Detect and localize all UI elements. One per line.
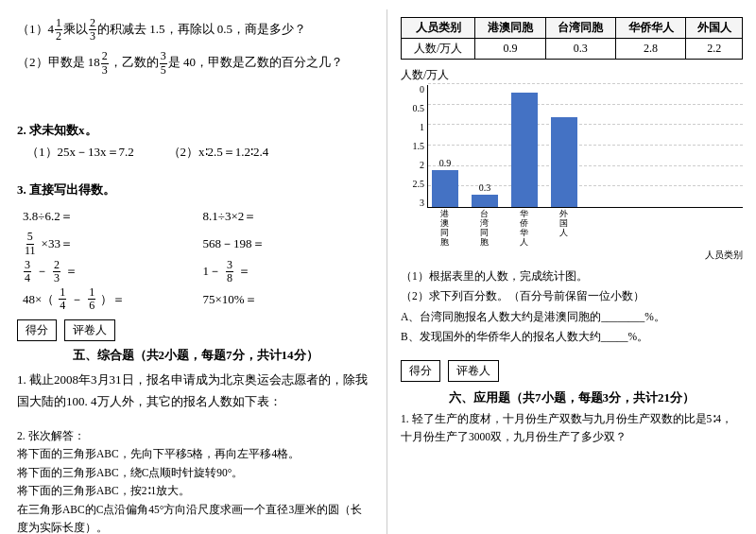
grid-line-15: [428, 145, 743, 146]
calc-8: 75×10%＝: [203, 286, 374, 312]
q2b: B、发现国外的华侨华人的报名人数大约_____%。: [401, 328, 743, 347]
table-row-data: 人数/万人 0.9 0.3 2.8 2.2: [402, 39, 743, 60]
th-foreign: 外国人: [686, 18, 743, 39]
q2a: A、台湾同胞报名人数大约是港澳同胞的________%。: [401, 308, 743, 327]
s5-p2-sub-label: 2. 张次解答：: [17, 427, 373, 446]
grid-line-2: [428, 124, 743, 125]
app-problem-1: 1. 轻了生产的度材，十月份生产双数与九月份生产双数的比是5∶4，十月份生产了3…: [401, 410, 743, 447]
th-hk: 港澳同胞: [475, 18, 545, 39]
bar-overseas: [511, 93, 538, 207]
chart-questions: （1）根据表里的人数，完成统计图。 （2）求下列百分数。（百分号前保留一位小数）…: [401, 267, 743, 347]
grid-line-1: [428, 165, 743, 166]
problem-1-label: （1）4: [17, 22, 54, 36]
x-label-foreign: 外国人: [550, 210, 576, 248]
td-foreign: 2.2: [686, 39, 743, 60]
stamp-defen-left: 得分: [17, 319, 57, 341]
s5-p2-c: 将下面的三角形ABC，按2∶1放大。: [17, 482, 373, 501]
s2-p1: （1）25x－13x＝7.2 （2）x∶2.5＝1.2∶2.4: [26, 141, 373, 163]
s5-p2-d: 在三角形ABC的C点沿偏角45°方向沿尺度求画一个直径3厘米的圆（长度为实际长度…: [17, 501, 373, 534]
section-6-title: 六、应用题（共7小题，每题3分，共计21分）: [401, 389, 743, 406]
x-axis-unit: 人员类别: [427, 249, 743, 262]
x-label-overseas: 华侨华人: [510, 210, 537, 248]
problem-2-text: （2）甲数是 1823，乙数的35是 40，甲数是乙数的百分之几？: [17, 50, 373, 76]
right-column: 人员类别 港澳同胞 台湾同胞 华侨华人 外国人 人数/万人 0.9 0.3 2.…: [387, 9, 756, 534]
td-tw: 0.3: [545, 39, 615, 60]
stamp-defen-right: 得分: [401, 360, 440, 382]
chart-title: 人数/万人: [401, 67, 743, 83]
chart-grid-lines: [428, 85, 743, 207]
chart-inner: 0.9 0.3: [427, 85, 743, 208]
x-label-hk: 港澳同胞: [431, 210, 457, 248]
section-5-p2: 2. 张次解答： 将下面的三角形ABC，先向下平移5格，再向左平移4格。 将下面…: [17, 427, 373, 534]
section-3-title: 3. 直接写出得数。: [17, 180, 373, 200]
bar-hk-wrapper: 0.9: [432, 170, 458, 207]
bar-overseas-wrapper: [511, 93, 538, 207]
stamp-pinjuanren-left: 评卷人: [64, 319, 115, 341]
th-overseas: 华侨华人: [615, 18, 685, 39]
s5-p2-a: 将下面的三角形ABC，先向下平移5格，再向左平移4格。: [17, 445, 373, 464]
q1: （1）根据表里的人数，完成统计图。: [401, 267, 743, 286]
problem-1-text: 乘以23的积减去 1.5，再除以 0.5，商是多少？: [63, 22, 306, 36]
s5-p1-text: 1. 截止2008年3月31日，报名申请成为北京奥运会志愿者的，除我国大陆的10…: [17, 370, 373, 411]
calc-1: 3.8÷6.2＝: [23, 204, 194, 229]
stamp-row-right: 得分 评卷人: [401, 360, 743, 382]
stamp-pinjuanren-right: 评卷人: [448, 360, 499, 382]
th-tw: 台湾同胞: [545, 18, 615, 39]
problem-2: （2）甲数是 1823，乙数的35是 40，甲数是乙数的百分之几？: [17, 50, 373, 76]
q2: （2）求下列百分数。（百分号前保留一位小数）: [401, 287, 743, 306]
bar-chart: 人数/万人 3 2.5 2 1.5 1 0.5 0: [401, 67, 743, 262]
problem-1: （1）412乘以23的积减去 1.5，再除以 0.5，商是多少？: [17, 17, 373, 43]
bar-foreign-wrapper: [551, 117, 577, 207]
y-axis: 3 2.5 2 1.5 1 0.5 0: [401, 85, 427, 208]
x-label-tw: 台湾同胞: [471, 210, 497, 248]
calc-7: 48×（14－16）＝: [23, 286, 194, 312]
calc-3: 511×33＝: [23, 231, 194, 256]
s5-p2-b: 将下面的三角形ABC，绕C点顺时针旋转90°。: [17, 464, 373, 483]
section-2-title: 2. 求未知数x。: [17, 120, 373, 141]
calc-4: 568－198＝: [203, 231, 374, 256]
frac-1: 12: [55, 17, 62, 43]
bar-tw: [472, 195, 498, 207]
td-overseas: 2.8: [615, 39, 685, 60]
section-5-p1: 1. 截止2008年3月31日，报名申请成为北京奥运会志愿者的，除我国大陆的10…: [17, 370, 373, 411]
th-category: 人员类别: [402, 18, 475, 39]
x-axis-labels: 港澳同胞 台湾同胞 华侨华人 外国人: [427, 210, 743, 248]
td-unit: 人数/万人: [402, 39, 475, 60]
calc-grid: 3.8÷6.2＝ 8.1÷3×2＝ 511×33＝ 568－198＝ 34－23…: [23, 204, 373, 312]
calc-5: 34－23＝: [23, 259, 194, 284]
data-table: 人员类别 港澳同胞 台湾同胞 华侨华人 外国人 人数/万人 0.9 0.3 2.…: [401, 17, 743, 60]
td-hk: 0.9: [475, 39, 545, 60]
grid-line-05: [428, 185, 743, 186]
bar-hk-value: 0.9: [439, 158, 452, 168]
bar-tw-wrapper: 0.3: [472, 195, 498, 207]
calc-2: 8.1÷3×2＝: [203, 204, 374, 229]
bar-foreign: [551, 117, 577, 207]
bar-hk: [432, 170, 458, 207]
bar-tw-value: 0.3: [479, 182, 491, 193]
section-3: 3. 直接写出得数。 3.8÷6.2＝ 8.1÷3×2＝ 511×33＝ 568…: [17, 180, 373, 312]
grid-line-25: [428, 104, 743, 105]
left-column: （1）412乘以23的积减去 1.5，再除以 0.5，商是多少？ （2）甲数是 …: [0, 9, 387, 534]
stamp-row-left: 得分 评卷人: [17, 319, 373, 341]
section-2-problems: （1）25x－13x＝7.2 （2）x∶2.5＝1.2∶2.4: [26, 141, 373, 163]
section-5-title: 五、综合题（共2小题，每题7分，共计14分）: [17, 347, 373, 364]
grid-line-3: [428, 83, 743, 84]
section-2: 2. 求未知数x。 （1）25x－13x＝7.2 （2）x∶2.5＝1.2∶2.…: [17, 120, 373, 163]
calc-6: 1－38＝: [203, 259, 374, 284]
